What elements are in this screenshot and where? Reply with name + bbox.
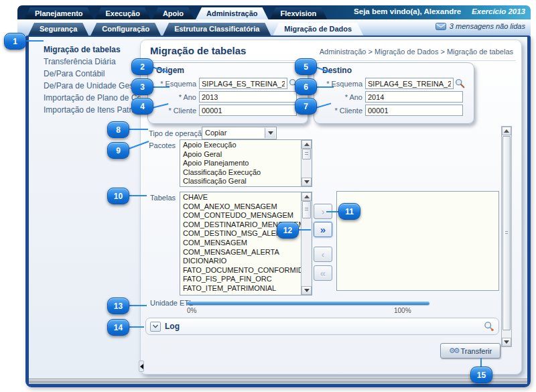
chevron-down-icon[interactable] [150,322,161,332]
callout-badge-7: 7 [295,98,317,115]
pacotes-listbox[interactable]: Apoio Execução Apoio Geral Apoio Planeja… [180,139,312,187]
origem-cliente-input[interactable] [199,105,297,116]
log-search-icon[interactable] [484,321,494,332]
list-item[interactable]: CHAVE [180,193,301,202]
main-panel: Migração de tabelas Administração > Migr… [140,40,522,375]
list-item[interactable]: Classificação Geral [180,177,301,186]
tab-configuracao[interactable]: Configuração [90,23,161,36]
scroll-down-icon[interactable] [302,286,312,295]
move-left-button[interactable]: ‹ [314,247,332,262]
pacotes-scrollbar[interactable] [301,140,312,186]
exercise-label: Exercício 2013 [472,7,525,15]
origem-legend: Origem [148,63,308,76]
tab-apoio[interactable]: Apoio [152,7,194,19]
origem-ano-label: * Ano [148,93,199,101]
list-item[interactable]: Classificação Execução [180,168,301,178]
destino-cliente-label: * Cliente [314,107,365,115]
messages-count-text: 3 mensagens não lidas [450,22,525,30]
tab-planejamento[interactable]: Planejamento [24,7,94,19]
move-all-left-button[interactable]: « [314,265,332,281]
top-nav: Planejamento Execução Apoio Administraçã… [17,5,531,19]
callout-badge-6: 6 [295,78,317,95]
scrollbar-thumb[interactable] [302,201,311,218]
callout-badge-10: 10 [107,188,129,204]
transfer-button[interactable]: ⚙⚙ Transferir [440,343,500,358]
callout-badge-12: 12 [277,222,299,239]
list-item[interactable]: Apoio Planejamento [180,159,301,168]
tab-execucao[interactable]: Execução [95,7,151,19]
scroll-up-icon[interactable] [302,140,312,149]
tab-estrutura-classificatoria[interactable]: Estrutura Classificatória [163,23,271,36]
app-window: Planejamento Execução Apoio Administraçã… [17,5,531,387]
destino-ano-label: * Ano [314,93,365,101]
move-all-right-button[interactable]: » [314,222,332,237]
list-item[interactable]: FATO_ITEM_PATRIMONIAL [180,284,301,293]
sidebar-item-importacao-plano-contas[interactable]: Importação de Plano de Contas [34,92,139,104]
callout-badge-9: 9 [107,142,129,159]
origem-esquema-input[interactable] [199,78,287,89]
tabelas-scrollbar[interactable] [301,192,312,295]
etl-unit-slider[interactable] [187,302,429,305]
tabelas-label: Tabelas [145,194,176,202]
callout-badge-11: 11 [338,203,360,220]
sidebar-menu: Migração de tabelas Transferência Diária… [34,44,139,116]
gears-icon: ⚙⚙ [449,346,458,355]
list-item[interactable]: COM_MENSAGEM [180,239,301,248]
operation-type-select[interactable]: Copiar [202,127,277,139]
operation-type-value: Copiar [205,129,226,137]
callout-badge-1: 1 [4,33,26,50]
screen: Planejamento Execução Apoio Administraçã… [0,0,536,392]
sidebar-collapse-handle[interactable] [139,361,144,372]
list-item[interactable]: COM_ANEXO_MENSAGEM [180,202,301,212]
destino-legend: Destino [314,63,474,76]
destino-esquema-search-icon[interactable] [455,78,465,88]
sidebar-item-transferencia-diaria[interactable]: Transferência Diária [34,56,139,68]
dropdown-arrow-icon[interactable] [265,128,275,138]
messages-link[interactable]: 3 mensagens não lidas [436,22,525,30]
sub-nav: Segurança Configuração Estrutura Classif… [17,19,531,36]
panel-scrollbar[interactable] [501,126,512,347]
list-item[interactable]: DICIONARIO [180,257,301,266]
scroll-up-icon[interactable] [502,127,511,135]
scroll-up-icon[interactable] [302,192,312,201]
list-item[interactable]: FATO_FIS_PPA_FIN_ORC [180,275,301,284]
list-item[interactable]: COM_CONTEUDO_MENSAGEM [180,211,301,220]
destino-cliente-input[interactable] [365,105,463,116]
tab-migracao-de-dados[interactable]: Migração de Dados [273,23,363,36]
list-item[interactable]: Apoio Execução [180,141,301,150]
destino-groupbox: Destino * Esquema * Ano * Cliente [314,62,474,124]
callout-badge-3: 3 [131,78,153,95]
tabelas-listbox[interactable]: CHAVE COM_ANEXO_MENSAGEM COM_CONTEUDO_ME… [180,192,312,296]
callout-badge-2: 2 [131,58,153,75]
destino-esquema-input[interactable] [365,78,454,89]
welcome-text: Seja bem vindo(a), Alexandre [354,7,461,15]
operation-type-label: Tipo de operação [149,129,206,137]
bottom-scrollbar[interactable] [29,379,527,384]
sidebar-item-depara-contabil[interactable]: De/Para Contábil [34,68,139,80]
scroll-down-icon[interactable] [502,338,511,346]
list-item[interactable]: FATO_DOCUMENTO_CONFORMIDADE [180,266,301,275]
sidebar-item-depara-unidade-gestora[interactable]: De/Para de Unidade Gestora [34,80,139,92]
callout-badge-8: 8 [107,121,129,138]
callout-badge-5: 5 [295,58,317,75]
page-title: Migração de tabelas [150,45,246,56]
callout-badge-14: 14 [107,319,129,336]
triangle-left-icon [140,364,143,369]
origem-ano-input[interactable] [199,91,297,103]
scrollbar-thumb[interactable] [302,149,311,159]
tab-flexvision[interactable]: Flexvision [270,7,328,19]
callout-badge-13: 13 [107,298,129,314]
scrollbar-thumb[interactable] [503,136,511,330]
destino-ano-input[interactable] [365,91,463,103]
sidebar-item-importacao-itens-patrimoniais[interactable]: Importação de Itens Patrimoniais [34,104,139,116]
log-panel: Log [145,318,499,335]
scroll-down-icon[interactable] [302,178,312,186]
envelope-icon [436,23,446,30]
list-item[interactable]: COM_MENSAGEM_ALERTA [180,248,301,257]
tab-seguranca[interactable]: Segurança [28,23,88,36]
tab-administracao[interactable]: Administração [196,7,268,19]
selected-tabelas-listbox[interactable] [336,191,499,291]
sidebar-item-migracao-de-tabelas[interactable]: Migração de tabelas [34,44,139,56]
list-item[interactable]: Apoio Geral [180,150,301,159]
callout-badge-4: 4 [131,98,153,115]
